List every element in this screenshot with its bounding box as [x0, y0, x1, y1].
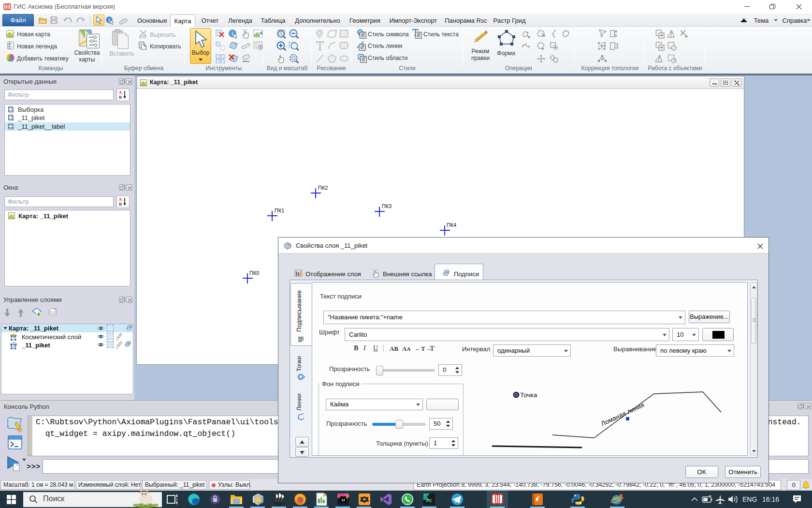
svg-text:Ломаная линия: Ломаная линия	[600, 401, 645, 428]
svg-text:i: i	[109, 17, 110, 23]
svg-text:IJ: IJ	[342, 498, 345, 502]
svg-text:B: B	[119, 95, 122, 100]
svg-text:Точка: Точка	[520, 391, 537, 399]
svg-text:A: A	[119, 197, 122, 202]
svg-text:A: A	[119, 90, 122, 95]
svg-text:B: B	[119, 202, 122, 207]
svg-text:PC: PC	[426, 498, 432, 503]
